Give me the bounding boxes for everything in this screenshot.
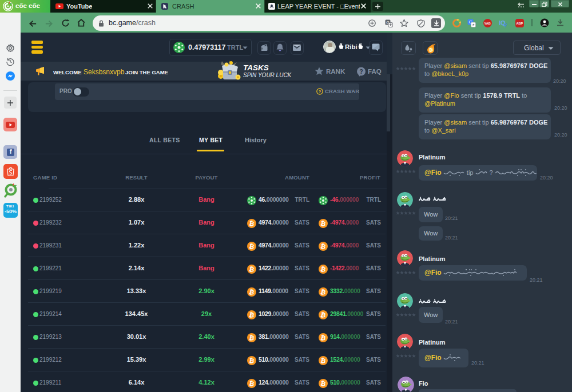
svg-text:₿: ₿	[429, 47, 433, 53]
svg-text:?: ?	[319, 89, 321, 94]
svg-text:?: ?	[359, 69, 363, 75]
